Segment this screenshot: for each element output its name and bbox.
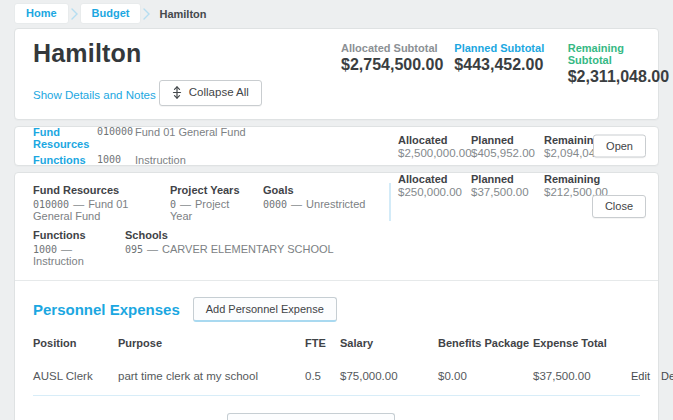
dash-separator: — [147, 243, 158, 255]
remaining-subtotal: Remaining Subtotal $2,311,048.00 [568, 42, 671, 86]
functions-link[interactable]: Functions [33, 154, 97, 166]
remaining-subtotal-label: Remaining Subtotal [568, 42, 671, 66]
detail-planned-label: Planned [471, 172, 544, 184]
fund-resources-code: 010000 [97, 126, 135, 150]
allocated-subtotal-value: $2,754,500.00 [341, 56, 454, 74]
detail-project-years-label: Project Years [170, 184, 253, 196]
dash-separator: — [73, 198, 84, 210]
dash-separator: — [180, 198, 191, 210]
detail-allocated-value: $250,000.00 [398, 185, 471, 197]
breadcrumb-budget[interactable]: Budget [80, 3, 142, 24]
collapse-all-label: Collapse All [189, 86, 249, 98]
budget-page: Home Budget Hamilton Hamilton Show Detai… [0, 0, 673, 420]
detail-project-years-description: Project Year [170, 198, 229, 222]
cell-fte: 0.5 [305, 370, 340, 382]
fund-row-collapsed: Fund Resources 010000 Fund 01 General Fu… [14, 126, 659, 166]
row-actions: Edit Delete [631, 370, 673, 382]
detail-planned-value: $37,500.00 [471, 185, 544, 197]
dash-separator: — [291, 198, 302, 210]
detail-functions-description: Instruction [33, 255, 84, 267]
detail-fund-resources-code: 010000 [33, 199, 69, 210]
remaining-subtotal-value: $2,311,048.00 [568, 68, 671, 86]
cell-salary: $75,000.00 [340, 370, 438, 382]
allocated-subtotal-label: Allocated Subtotal [341, 42, 454, 54]
cell-purpose: part time clerk at my school [118, 370, 305, 382]
non-personnel-expenses-section: Non-Personnel Expenses Add Non-Personnel… [15, 396, 658, 420]
planned-subtotal-value: $443,452.00 [454, 56, 567, 74]
planned-subtotal: Planned Subtotal $443,452.00 [454, 42, 567, 86]
personnel-heading: Personnel Expenses [33, 301, 180, 318]
open-button[interactable]: Open [593, 134, 646, 157]
vertical-divider [389, 183, 391, 221]
collapse-vertical-icon [172, 86, 182, 99]
breadcrumb: Home Budget Hamilton [0, 0, 673, 26]
col-position: Position [33, 337, 118, 349]
col-purpose: Purpose [118, 337, 305, 349]
close-button[interactable]: Close [592, 195, 646, 218]
non-personnel-heading: Non-Personnel Expenses [33, 417, 214, 420]
detail-project-years: Project Years 0—Project Year [170, 184, 263, 222]
detail-schools: Schools 095—CARVER ELEMENTARY SCHOOL [125, 229, 344, 267]
col-fte: FTE [305, 337, 340, 349]
detail-remaining-total: Remaining $212,500.00 [544, 172, 621, 197]
collapse-all-button[interactable]: Collapse All [159, 80, 262, 106]
col-benefits-package: Benefits Package [438, 337, 533, 349]
detail-allocated-total: Allocated $250,000.00 [398, 172, 471, 197]
detail-header: Fund Resources 010000—Fund 01 General Fu… [15, 173, 658, 281]
detail-goals-code: 0000 [263, 199, 287, 210]
planned-subtotal-label: Planned Subtotal [454, 42, 567, 54]
non-personnel-section-head: Non-Personnel Expenses Add Non-Personnel… [33, 413, 640, 420]
personnel-table-row: AUSL Clerk part time clerk at my school … [33, 358, 640, 396]
detail-schools-label: Schools [125, 229, 334, 241]
cell-position: AUSL Clerk [33, 370, 118, 382]
detail-schools-code: 095 [125, 244, 143, 255]
fund-resources-link[interactable]: Fund Resources [33, 126, 97, 150]
breadcrumb-home[interactable]: Home [14, 3, 69, 24]
breadcrumb-current: Hamilton [159, 8, 206, 20]
add-personnel-expense-button[interactable]: Add Personnel Expense [193, 297, 337, 322]
col-expense-total: Expense Total [533, 337, 631, 349]
detail-goals: Goals 0000—Unrestricted [263, 184, 375, 222]
detail-goals-label: Goals [263, 184, 365, 196]
dash-separator: — [61, 243, 72, 255]
col-salary: Salary [340, 337, 438, 349]
chevron-right-icon [143, 8, 150, 20]
personnel-expenses-section: Personnel Expenses Add Personnel Expense… [15, 281, 658, 396]
detail-remaining-label: Remaining [544, 172, 621, 184]
detail-goals-description: Unrestricted [306, 198, 365, 210]
fund-row-expanded: Fund Resources 010000—Fund 01 General Fu… [14, 172, 659, 420]
allocated-subtotal: Allocated Subtotal $2,754,500.00 [341, 42, 454, 86]
detail-functions-label: Functions [33, 229, 115, 241]
planned-total: Planned $405,952.00 [471, 133, 544, 158]
detail-project-years-code: 0 [170, 199, 176, 210]
cell-benefits: $0.00 [438, 370, 533, 382]
allocated-total: Allocated $2,500,000.00 [398, 133, 471, 158]
planned-label: Planned [471, 133, 544, 145]
detail-schools-description: CARVER ELEMENTARY SCHOOL [162, 243, 334, 255]
planned-value: $405,952.00 [471, 146, 544, 158]
personnel-table-header: Position Purpose FTE Salary Benefits Pac… [33, 337, 640, 358]
detail-planned-total: Planned $37,500.00 [471, 172, 544, 197]
allocated-value: $2,500,000.00 [398, 146, 471, 158]
detail-allocated-label: Allocated [398, 172, 471, 184]
delete-link[interactable]: Delete [661, 370, 673, 382]
edit-link[interactable]: Edit [631, 370, 650, 382]
detail-fields-row-2: Functions 1000—Instruction Schools 095—C… [33, 229, 640, 267]
cell-expense-total: $37,500.00 [533, 370, 631, 382]
detail-fund-resources: Fund Resources 010000—Fund 01 General Fu… [33, 184, 170, 222]
allocated-label: Allocated [398, 133, 471, 145]
personnel-section-head: Personnel Expenses Add Personnel Expense [33, 297, 640, 322]
budget-header-card: Hamilton Show Details and Notes Allocate… [14, 28, 659, 120]
detail-fund-resources-label: Fund Resources [33, 184, 160, 196]
functions-code: 1000 [97, 154, 135, 166]
detail-totals: Allocated $250,000.00 Planned $37,500.00… [398, 172, 621, 197]
chevron-right-icon [71, 8, 78, 20]
detail-functions-code: 1000 [33, 244, 57, 255]
detail-functions: Functions 1000—Instruction [33, 229, 125, 267]
add-non-personnel-expense-button[interactable]: Add Non-Personnel Expense [227, 413, 395, 420]
show-details-link[interactable]: Show Details and Notes [33, 89, 156, 101]
subtotals: Allocated Subtotal $2,754,500.00 Planned… [341, 42, 670, 86]
fund-row-totals: Allocated $2,500,000.00 Planned $405,952… [398, 133, 621, 158]
